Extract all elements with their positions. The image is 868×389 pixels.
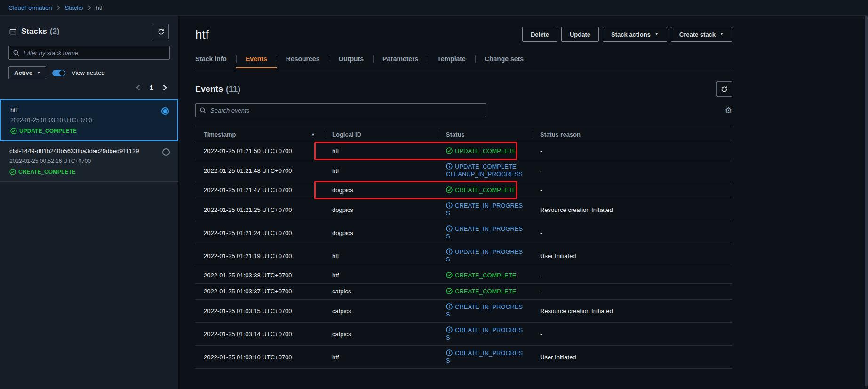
event-status-reason: - bbox=[532, 144, 732, 158]
event-status-text: CREATE_IN_PROGRESS bbox=[446, 202, 523, 217]
event-status: CREATE_IN_PROGRESS bbox=[438, 300, 532, 322]
stack-name: htf bbox=[10, 106, 168, 113]
stack-detail-tabs: Stack infoEventsResourcesOutputsParamete… bbox=[195, 51, 732, 68]
event-timestamp: 2022-01-25 01:03:37 UTC+0700 bbox=[195, 284, 324, 299]
event-logical-id: htf bbox=[324, 144, 438, 158]
chevron-down-icon: ▼ bbox=[37, 71, 40, 75]
event-row: 2022-01-25 01:03:14 UTC+0700catpicsCREAT… bbox=[195, 323, 732, 346]
event-timestamp: 2022-01-25 01:21:19 UTC+0700 bbox=[195, 249, 324, 263]
stack-radio[interactable] bbox=[162, 148, 170, 156]
tab-parameters[interactable]: Parameters bbox=[373, 51, 428, 68]
update-button[interactable]: Update bbox=[561, 27, 599, 42]
event-status-text: CREATE_IN_PROGRESS bbox=[446, 225, 523, 240]
event-logical-id: htf bbox=[324, 163, 438, 178]
events-heading: Events(11) bbox=[195, 84, 240, 94]
event-status-text: UPDATE_COMPLETE bbox=[455, 147, 517, 154]
event-timestamp: 2022-01-25 01:21:47 UTC+0700 bbox=[195, 183, 324, 197]
previous-page-button[interactable] bbox=[136, 84, 140, 91]
event-row: 2022-01-25 01:21:48 UTC+0700htfUPDATE_CO… bbox=[195, 159, 732, 182]
stack-list-item[interactable]: cfst-1449-dff1b240b5633fba3dac29dbed9111… bbox=[0, 141, 178, 182]
event-row: 2022-01-25 01:03:10 UTC+0700htfCREATE_IN… bbox=[195, 346, 732, 369]
event-timestamp: 2022-01-25 01:21:24 UTC+0700 bbox=[195, 226, 324, 240]
event-status-reason: Resource creation Initiated bbox=[532, 304, 732, 318]
event-row: 2022-01-25 01:03:38 UTC+0700htfCREATE_CO… bbox=[195, 267, 732, 284]
status-info-icon bbox=[446, 225, 453, 232]
event-status: CREATE_COMPLETE bbox=[438, 284, 532, 299]
status-success-icon bbox=[446, 147, 453, 154]
sort-descending-icon[interactable]: ▼ bbox=[311, 132, 315, 137]
breadcrumb-stacks[interactable]: Stacks bbox=[65, 4, 83, 11]
event-timestamp: 2022-01-25 01:03:38 UTC+0700 bbox=[195, 268, 324, 283]
stack-list-item[interactable]: htf2022-01-25 01:03:10 UTC+0700UPDATE_CO… bbox=[0, 99, 178, 141]
page-scrollbar[interactable] bbox=[865, 16, 868, 388]
toggle-knob bbox=[59, 70, 65, 76]
event-status-reason: - bbox=[532, 327, 732, 341]
main-content: htf DeleteUpdateStack actions▼Create sta… bbox=[179, 16, 868, 389]
page-number[interactable]: 1 bbox=[150, 84, 153, 91]
view-nested-toggle[interactable] bbox=[52, 70, 65, 76]
button-label: Stack actions bbox=[611, 31, 651, 38]
stacks-refresh-button[interactable] bbox=[153, 24, 169, 39]
next-page-button[interactable] bbox=[163, 84, 167, 91]
event-status: CREATE_COMPLETE bbox=[438, 268, 532, 283]
event-status-reason: - bbox=[532, 183, 732, 197]
stacks-panel-title: Stacks(2) bbox=[21, 27, 60, 36]
stack-filter-input[interactable] bbox=[23, 49, 165, 57]
tab-outputs[interactable]: Outputs bbox=[329, 51, 373, 68]
event-logical-id: dogpics bbox=[324, 203, 438, 217]
collapse-panel-icon[interactable] bbox=[9, 28, 16, 35]
event-timestamp: 2022-01-25 01:21:50 UTC+0700 bbox=[195, 144, 324, 158]
button-label: Create stack bbox=[679, 31, 716, 38]
column-header-status-reason[interactable]: Status reason bbox=[532, 126, 732, 143]
stack-filter-box bbox=[8, 46, 170, 60]
status-info-icon bbox=[446, 349, 453, 356]
tab-resources[interactable]: Resources bbox=[277, 51, 329, 68]
tab-events[interactable]: Events bbox=[236, 51, 277, 68]
search-icon bbox=[200, 107, 206, 113]
stack-actions-button[interactable]: Stack actions▼ bbox=[603, 27, 667, 42]
event-logical-id: htf bbox=[324, 249, 438, 263]
column-header-status[interactable]: Status bbox=[438, 126, 532, 143]
scrollbar-thumb[interactable] bbox=[865, 16, 868, 386]
event-status-text: CREATE_IN_PROGRESS bbox=[446, 349, 523, 364]
status-info-icon bbox=[446, 248, 453, 255]
preferences-gear-icon[interactable]: ⚙ bbox=[725, 106, 732, 114]
delete-button[interactable]: Delete bbox=[522, 27, 557, 42]
breadcrumb-cloudformation[interactable]: CloudFormation bbox=[8, 4, 52, 11]
tab-stack-info[interactable]: Stack info bbox=[195, 51, 236, 68]
event-status-text: CREATE_IN_PROGRESS bbox=[446, 303, 523, 318]
button-label: Update bbox=[570, 31, 590, 38]
stack-timestamp: 2022-01-25 01:03:10 UTC+0700 bbox=[10, 117, 168, 123]
tab-template[interactable]: Template bbox=[428, 51, 475, 68]
stack-status-filter-select[interactable]: Active ▼ bbox=[8, 66, 46, 79]
event-status-text: CREATE_COMPLETE bbox=[455, 288, 517, 295]
stack-list: htf2022-01-25 01:03:10 UTC+0700UPDATE_CO… bbox=[0, 99, 178, 182]
status-success-icon bbox=[446, 272, 453, 278]
status-info-icon bbox=[446, 202, 453, 209]
tab-change-sets[interactable]: Change sets bbox=[475, 51, 533, 68]
breadcrumb-chevron-icon bbox=[88, 5, 91, 10]
events-search-box bbox=[195, 103, 486, 117]
event-status: CREATE_IN_PROGRESS bbox=[438, 198, 532, 221]
status-info-icon bbox=[446, 163, 453, 170]
event-row: 2022-01-25 01:21:24 UTC+0700dogpicsCREAT… bbox=[195, 221, 732, 244]
event-status: CREATE_IN_PROGRESS bbox=[438, 323, 532, 345]
event-status: CREATE_IN_PROGRESS bbox=[438, 346, 532, 368]
event-status: CREATE_COMPLETE bbox=[438, 183, 532, 198]
events-search-input[interactable] bbox=[209, 106, 481, 114]
status-filter-value: Active bbox=[14, 69, 32, 76]
event-status-text: UPDATE_COMPLETE_CLEANUP_IN_PROGRESS bbox=[446, 163, 523, 178]
status-success-icon bbox=[10, 128, 17, 134]
stack-radio[interactable] bbox=[161, 107, 169, 115]
create-stack-button[interactable]: Create stack▼ bbox=[671, 27, 732, 42]
events-refresh-button[interactable] bbox=[716, 81, 732, 97]
button-label: Delete bbox=[531, 31, 549, 38]
column-header-logical-id[interactable]: Logical ID bbox=[324, 126, 438, 143]
event-status: UPDATE_COMPLETE_CLEANUP_IN_PROGRESS bbox=[438, 159, 532, 182]
event-logical-id: dogpics bbox=[324, 226, 438, 240]
event-status-reason: - bbox=[532, 163, 732, 178]
column-header-timestamp[interactable]: Timestamp ▼ bbox=[195, 126, 324, 143]
event-logical-id: dogpics bbox=[324, 183, 438, 197]
event-logical-id: catpics bbox=[324, 327, 438, 341]
status-info-icon bbox=[446, 326, 453, 333]
